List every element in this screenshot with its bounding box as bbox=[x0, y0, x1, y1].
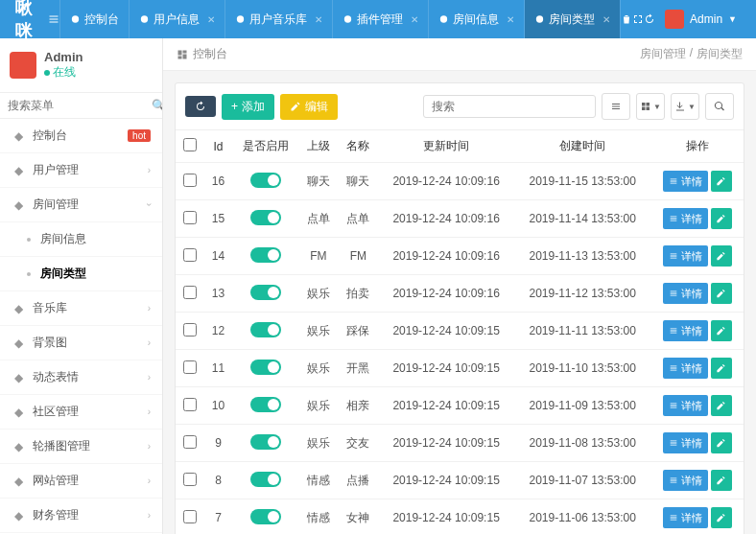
search-button[interactable] bbox=[705, 93, 734, 120]
row-checkbox[interactable] bbox=[183, 286, 197, 299]
detail-button[interactable]: 详情 bbox=[663, 470, 708, 491]
enable-toggle[interactable] bbox=[250, 472, 281, 487]
enable-toggle[interactable] bbox=[250, 397, 281, 412]
row-checkbox[interactable] bbox=[183, 248, 197, 262]
music-icon: ◆ bbox=[12, 302, 25, 315]
refresh-button[interactable] bbox=[185, 96, 216, 117]
sidebar-item-房间管理[interactable]: ◆房间管理› bbox=[0, 188, 162, 222]
tab-房间类型[interactable]: 房间类型✕ bbox=[525, 0, 620, 38]
enable-toggle[interactable] bbox=[250, 247, 281, 263]
tab-房间信息[interactable]: 房间信息✕ bbox=[429, 0, 524, 38]
edit-button[interactable]: 编辑 bbox=[280, 94, 338, 120]
detail-button[interactable]: 详情 bbox=[663, 432, 708, 453]
tab-控制台[interactable]: 控制台 bbox=[60, 0, 129, 38]
cell-parent: 聊天 bbox=[298, 163, 338, 200]
cell-id: 11 bbox=[204, 350, 232, 387]
edit-button[interactable] bbox=[711, 432, 732, 453]
col-2: 是否启用 bbox=[232, 130, 298, 163]
cell-name: 交友 bbox=[339, 425, 378, 462]
edit-button[interactable] bbox=[711, 470, 732, 491]
row-checkbox[interactable] bbox=[183, 360, 197, 374]
tab-用户音乐库[interactable]: 用户音乐库✕ bbox=[225, 0, 332, 38]
sidebar: Admin 在线 🔍 ◆控制台hot◆用户管理›◆房间管理›房间信息房间类型◆音… bbox=[0, 38, 163, 534]
row-checkbox[interactable] bbox=[183, 435, 197, 449]
users-icon: ◆ bbox=[12, 164, 25, 177]
detail-button[interactable]: 详情 bbox=[663, 320, 708, 341]
pencil-icon bbox=[716, 400, 726, 411]
cell-id: 15 bbox=[204, 200, 232, 238]
detail-button[interactable]: 详情 bbox=[663, 507, 708, 528]
cell-parent: 情感 bbox=[298, 462, 338, 499]
export-button[interactable]: ▼ bbox=[671, 93, 699, 120]
topnav-tabs: 控制台用户信息✕用户音乐库✕插件管理✕房间信息✕房间类型✕ bbox=[60, 0, 621, 38]
edit-button[interactable] bbox=[711, 208, 732, 229]
sidebar-item-房间类型[interactable]: 房间类型 bbox=[0, 257, 162, 291]
search-input[interactable] bbox=[423, 95, 596, 118]
row-checkbox[interactable] bbox=[183, 323, 197, 337]
detail-button[interactable]: 详情 bbox=[663, 395, 708, 416]
enable-toggle[interactable] bbox=[250, 509, 281, 524]
enable-toggle[interactable] bbox=[250, 210, 281, 225]
detail-button[interactable]: 详情 bbox=[663, 358, 708, 379]
detail-button[interactable]: 详情 bbox=[663, 283, 708, 304]
fullscreen-button[interactable] bbox=[632, 0, 644, 38]
row-checkbox[interactable] bbox=[183, 510, 197, 523]
close-icon[interactable]: ✕ bbox=[315, 14, 322, 25]
sidebar-item-网站管理[interactable]: ◆网站管理› bbox=[0, 464, 162, 499]
user-menu[interactable]: Admin ▼ bbox=[655, 0, 746, 38]
edit-button[interactable] bbox=[711, 507, 732, 528]
enable-toggle[interactable] bbox=[250, 173, 281, 188]
enable-toggle[interactable] bbox=[250, 285, 281, 300]
sidebar-item-轮播图管理[interactable]: ◆轮播图管理› bbox=[0, 430, 162, 464]
edit-button[interactable] bbox=[711, 358, 732, 379]
list-icon bbox=[669, 512, 678, 523]
row-checkbox[interactable] bbox=[183, 174, 197, 187]
cell-id: 16 bbox=[204, 163, 232, 200]
search-icon[interactable]: 🔍 bbox=[152, 99, 163, 112]
detail-button[interactable]: 详情 bbox=[663, 208, 708, 229]
row-checkbox[interactable] bbox=[183, 211, 197, 224]
refresh-button[interactable] bbox=[644, 0, 655, 38]
dash-icon: ◆ bbox=[12, 129, 25, 143]
row-checkbox[interactable] bbox=[183, 473, 197, 486]
view-list-button[interactable] bbox=[602, 93, 630, 120]
row-checkbox[interactable] bbox=[183, 398, 197, 411]
chevron-down-icon: ▼ bbox=[653, 103, 661, 111]
sidebar-item-财务管理[interactable]: ◆财务管理› bbox=[0, 499, 162, 533]
sidebar-item-音乐库[interactable]: ◆音乐库› bbox=[0, 291, 162, 326]
close-icon[interactable]: ✕ bbox=[507, 14, 514, 25]
enable-toggle[interactable] bbox=[250, 434, 281, 450]
sidebar-item-控制台[interactable]: ◆控制台hot bbox=[0, 119, 162, 153]
view-grid-button[interactable]: ▼ bbox=[636, 93, 665, 120]
close-icon[interactable]: ✕ bbox=[411, 14, 418, 25]
select-all-checkbox[interactable] bbox=[183, 138, 197, 151]
sidebar-item-房间信息[interactable]: 房间信息 bbox=[0, 222, 162, 257]
trash-button[interactable] bbox=[621, 0, 632, 38]
close-icon[interactable]: ✕ bbox=[602, 14, 610, 25]
add-button[interactable]: +添加 bbox=[222, 94, 274, 120]
sidebar-item-背景图[interactable]: ◆背景图› bbox=[0, 326, 162, 360]
sidebar-item-动态表情[interactable]: ◆动态表情› bbox=[0, 360, 162, 395]
enable-toggle[interactable] bbox=[250, 322, 281, 337]
sidebar-item-用户管理[interactable]: ◆用户管理› bbox=[0, 153, 162, 188]
sidebar-item-社区管理[interactable]: ◆社区管理› bbox=[0, 395, 162, 430]
chevron-right-icon: › bbox=[148, 303, 151, 313]
edit-button[interactable] bbox=[711, 283, 732, 304]
menu-toggle[interactable] bbox=[48, 0, 59, 38]
enable-toggle[interactable] bbox=[250, 360, 281, 375]
edit-button[interactable] bbox=[711, 245, 732, 267]
edit-button[interactable] bbox=[711, 320, 732, 341]
edit-button[interactable] bbox=[711, 171, 732, 192]
search-menu-input[interactable] bbox=[8, 99, 152, 112]
detail-button[interactable]: 详情 bbox=[663, 245, 708, 267]
crumb-home[interactable]: 控制台 bbox=[193, 46, 227, 62]
brand: 啾咪 bbox=[10, 0, 48, 42]
close-icon[interactable]: ✕ bbox=[207, 14, 215, 25]
tab-插件管理[interactable]: 插件管理✕ bbox=[333, 0, 428, 38]
crumb-parent[interactable]: 房间管理 bbox=[640, 46, 686, 62]
cell-parent: 情感 bbox=[298, 499, 338, 535]
detail-button[interactable]: 详情 bbox=[663, 171, 708, 192]
tab-用户信息[interactable]: 用户信息✕ bbox=[130, 0, 224, 38]
col-7: 操作 bbox=[650, 130, 744, 163]
edit-button[interactable] bbox=[711, 395, 732, 416]
